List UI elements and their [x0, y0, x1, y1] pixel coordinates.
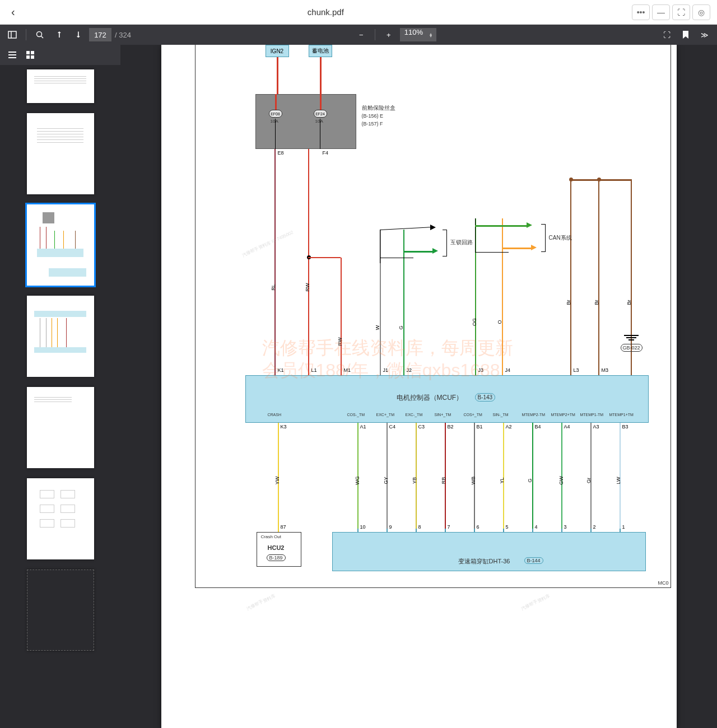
outline-view-button[interactable]	[6, 48, 19, 62]
thumbnail[interactable]	[27, 387, 94, 468]
sidebar-mode-buttons	[0, 45, 120, 65]
thumbnail[interactable]	[27, 478, 94, 559]
bookmark-button[interactable]	[678, 27, 693, 43]
svg-rect-8	[31, 51, 34, 54]
zoom-out-button[interactable]: −	[353, 27, 369, 43]
thumbnail[interactable]	[27, 69, 94, 103]
svg-rect-7	[26, 51, 30, 54]
document-title: chunk.pdf	[20, 7, 632, 17]
svg-rect-9	[26, 55, 30, 59]
back-button[interactable]: ‹	[7, 3, 20, 21]
thumbnail-view-button[interactable]	[24, 48, 37, 62]
pdf-page: IGN2蓄电池前舱保险丝盒(B-156) E(B-157) FEF0810AE8…	[161, 45, 677, 728]
titlebar: ‹ chunk.pdf ••• — ⛶ ◎	[0, 0, 717, 25]
svg-point-2	[37, 32, 42, 37]
tools-button[interactable]: ≫	[697, 27, 713, 43]
svg-line-3	[41, 36, 44, 39]
window-buttons: ••• — ⛶ ◎	[632, 4, 710, 20]
sidebar	[0, 45, 120, 728]
minimize-button[interactable]: —	[652, 4, 670, 20]
more-button[interactable]: •••	[632, 4, 650, 20]
maximize-button[interactable]: ⛶	[672, 4, 690, 20]
prev-page-button[interactable]: 🠕	[51, 27, 67, 43]
presentation-button[interactable]: ⛶	[659, 27, 674, 43]
zoom-select[interactable]: 110%	[400, 28, 436, 41]
thumbnail-placeholder[interactable]	[27, 570, 94, 651]
page-total: / 324	[115, 31, 131, 39]
wiring-diagram: IGN2蓄电池前舱保险丝盒(B-156) E(B-157) FEF0810AE8…	[161, 45, 677, 728]
target-button[interactable]: ◎	[692, 4, 710, 20]
thumbnail-list[interactable]	[0, 65, 120, 728]
thumbnail[interactable]	[27, 113, 94, 194]
thumbnail[interactable]	[27, 204, 94, 286]
zoom-in-button[interactable]: +	[381, 27, 397, 43]
svg-rect-10	[31, 55, 34, 59]
main-area: IGN2蓄电池前舱保险丝盒(B-156) E(B-157) FEF0810AE8…	[0, 45, 717, 728]
pdf-toolbar: 🠕 🠗 / 324 − + 110% ⛶ ≫	[0, 25, 717, 45]
search-button[interactable]	[32, 27, 48, 43]
thumbnail[interactable]	[27, 296, 94, 377]
svg-rect-0	[8, 31, 16, 38]
next-page-button[interactable]: 🠗	[70, 27, 86, 43]
pdf-viewer[interactable]: IGN2蓄电池前舱保险丝盒(B-156) E(B-157) FEF0810AE8…	[120, 45, 717, 728]
page-input[interactable]	[89, 28, 111, 41]
sidebar-toggle[interactable]	[4, 27, 20, 43]
